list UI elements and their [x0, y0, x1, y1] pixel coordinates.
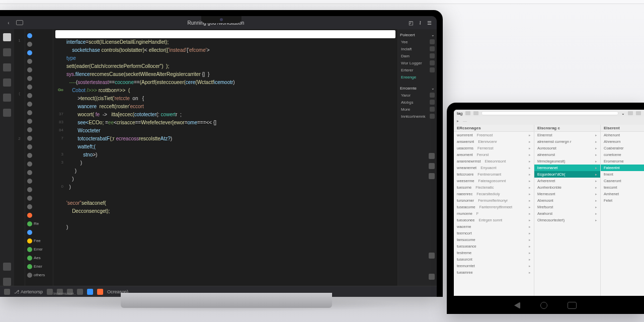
code-line[interactable]: socketchase controls(toolstatter)< ellec…: [66, 47, 397, 55]
list-item[interactable]: weesermeFateragcecornnt▸: [454, 178, 534, 184]
panel-icon[interactable]: [429, 173, 435, 179]
activity-search-icon[interactable]: [3, 48, 11, 56]
panel-item[interactable]: Erterer: [400, 66, 435, 73]
list-item[interactable]: wornrrentFreemost▸: [454, 132, 534, 138]
list-item[interactable]: tueoeoneeEntrgen sonnt▸: [454, 217, 534, 223]
list-item[interactable]: alneenorst▸: [534, 151, 600, 158]
list-item[interactable]: naeenrecFecarsitedioly▸: [454, 191, 534, 197]
code-line[interactable]: watteft;(: [66, 144, 397, 152]
address-bar[interactable]: [481, 111, 618, 115]
code-line[interactable]: type: [66, 55, 397, 63]
list-item[interactable]: Mrefsorst▸: [534, 204, 600, 210]
file-item[interactable]: [25, 65, 53, 74]
nav-home-button[interactable]: [540, 302, 547, 309]
activity-scm-icon[interactable]: [3, 63, 11, 71]
list-item[interactable]: conetcene: [601, 151, 644, 158]
list-item[interactable]: Coaberalrer: [601, 145, 644, 151]
list-item[interactable]: Mrmclegeonesit)▸: [534, 158, 600, 165]
code-line[interactable]: interface=scott(ILicenseDetailEngineHand…: [66, 39, 397, 47]
file-item[interactable]: [25, 194, 53, 202]
code-line[interactable]: ): [66, 168, 397, 176]
code-line[interactable]: stno>): [66, 152, 397, 160]
file-item[interactable]: [25, 40, 53, 48]
breadcrumb-arrow-icon[interactable]: ▸: [457, 119, 459, 123]
status-branch-icon[interactable]: ⎇: [14, 289, 19, 294]
status-icon[interactable]: [77, 289, 83, 295]
file-item[interactable]: [25, 202, 53, 211]
panel-icon[interactable]: [429, 253, 435, 259]
file-item[interactable]: [25, 228, 53, 236]
status-icon[interactable]: [47, 289, 53, 295]
list-item[interactable]: anarenewrmstEleeonnsont▸: [454, 158, 534, 165]
nav-back-button[interactable]: [514, 302, 520, 309]
file-item[interactable]: [25, 177, 53, 185]
code-line[interactable]: see<ECOo; =ee<crisacce==Wrefefectever[ew…: [66, 120, 397, 128]
code-line[interactable]: ): [66, 184, 397, 192]
list-item[interactable]: Aeahorst▸: [534, 210, 600, 217]
list-item[interactable]: Ahrereorn: [601, 138, 644, 145]
activity-debug-icon[interactable]: [3, 78, 11, 87]
list-item[interactable]: Arherenret▸: [534, 178, 600, 184]
list-item[interactable]: ueacermsFernersst▸: [454, 145, 534, 151]
list-item[interactable]: tuseorcnt▸: [454, 256, 534, 263]
code-line[interactable]: >tenoct((cisTiet('retccte on {: [66, 96, 397, 104]
file-item[interactable]: [25, 142, 53, 151]
panel-item[interactable]: Wor Logger: [400, 59, 435, 66]
panel-icon[interactable]: [429, 153, 435, 159]
code-line[interactable]: sett(eader(Catch/correctePerformCollocer…: [66, 63, 397, 71]
list-item[interactable]: Merneosnt▸: [534, 191, 600, 197]
file-item[interactable]: [25, 57, 53, 65]
list-item[interactable]: tursnornerFermoreflerinonyr▸: [454, 197, 534, 204]
status-icon[interactable]: [97, 289, 103, 295]
code-line[interactable]: Wcocteter: [66, 128, 397, 136]
activity-test-icon[interactable]: [3, 109, 11, 117]
list-item[interactable]: tuesorneFlectenatic▸: [454, 184, 534, 191]
list-item[interactable]: Amhenet: [601, 191, 644, 197]
activity-extensions-icon[interactable]: [3, 94, 11, 102]
code-line[interactable]: Decconsencget);: [66, 208, 397, 216]
list-item[interactable]: Olmeosortedert)▸: [534, 217, 600, 223]
panel-item[interactable]: Yaror: [400, 92, 435, 99]
nav-recent-button[interactable]: [568, 302, 577, 309]
list-item[interactable]: berreonanet▸: [534, 165, 600, 171]
list-item[interactable]: Fetet: [601, 197, 644, 204]
status-icon[interactable]: [87, 289, 93, 295]
list-item[interactable]: testreme▸: [454, 250, 534, 256]
panel-item[interactable]: More: [400, 106, 435, 113]
file-item[interactable]: Aes: [25, 254, 53, 262]
panel-icon[interactable]: [429, 163, 435, 169]
file-item[interactable]: [25, 185, 53, 194]
back-icon[interactable]: ‹: [5, 19, 12, 26]
list-item[interactable]: Casneront: [601, 178, 644, 184]
code-line[interactable]: [66, 192, 397, 200]
file-item[interactable]: [25, 151, 53, 159]
code-line[interactable]: ----(sostertesteast==cocoone==(Aportf(es…: [66, 79, 397, 88]
nav-icon[interactable]: [628, 111, 633, 115]
code-line[interactable]: wancere recceft(roster'eccort: [66, 104, 397, 112]
code-line[interactable]: [66, 216, 397, 224]
file-item[interactable]: [25, 211, 53, 219]
code-lines[interactable]: interface=scott(ILicenseDetailEngineHand…: [66, 39, 397, 286]
list-item[interactable]: munceneF▸: [454, 210, 534, 217]
list-item[interactable]: tuesoeance▸: [454, 243, 534, 250]
search-input[interactable]: [55, 30, 395, 38]
list-item[interactable]: alrenemst corrergn r▸: [534, 138, 600, 145]
file-item[interactable]: [25, 108, 53, 117]
list-item[interactable]: Elnermst▸: [534, 132, 600, 138]
dropdown-icon[interactable]: ⌄: [621, 111, 625, 116]
panel-item[interactable]: Yee: [400, 38, 435, 45]
list-item[interactable]: Aonhenbcnble▸: [534, 184, 600, 191]
chevron-icon[interactable]: ⌄: [431, 86, 435, 91]
panel-item[interactable]: Ereenge: [400, 73, 435, 80]
list-item[interactable]: wacerne▸: [454, 223, 534, 230]
list-item[interactable]: teemorntet▸: [454, 263, 534, 269]
list-item[interactable]: teecomt: [601, 184, 644, 191]
code-line[interactable]: ): [66, 176, 397, 184]
activity-settings-icon[interactable]: [3, 278, 11, 286]
list-item[interactable]: areomentFerorst▸: [454, 151, 534, 158]
list-item[interactable]: teerncort▸: [454, 230, 534, 236]
list-item[interactable]: fment: [601, 171, 644, 178]
nav-fwd-icon[interactable]: [473, 111, 478, 115]
panel-item[interactable]: Inclaft: [400, 45, 435, 52]
list-item[interactable]: Eromerorne: [601, 158, 644, 165]
